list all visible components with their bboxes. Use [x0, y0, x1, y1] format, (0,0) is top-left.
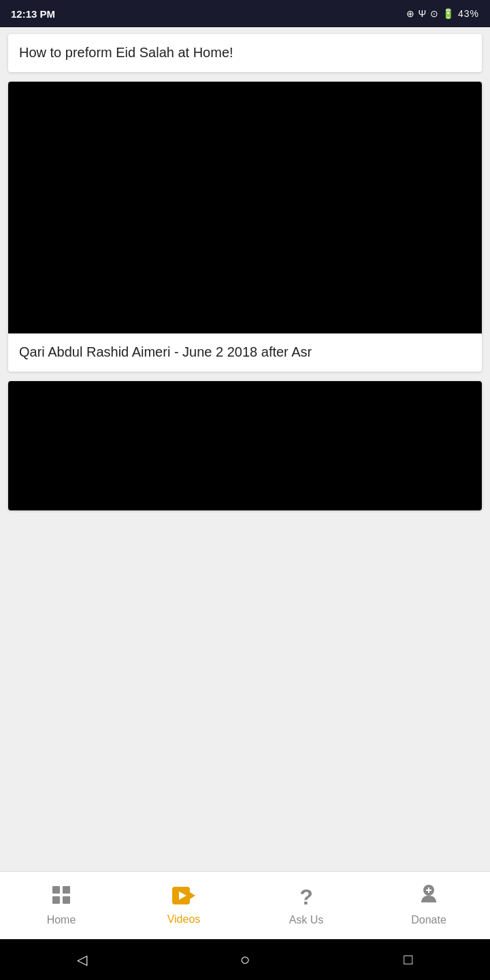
video-thumb-black-2	[8, 82, 482, 333]
video-title-1: How to preform Eid Salah at Home!	[8, 34, 482, 72]
recents-button[interactable]	[396, 947, 421, 972]
video-title-2: Qari Abdul Rashid Aimeri - June 2 2018 a…	[8, 333, 482, 372]
system-nav-bar	[0, 939, 490, 980]
back-button[interactable]	[69, 947, 94, 972]
nav-item-home[interactable]: Home	[0, 878, 122, 933]
home-icon	[51, 885, 71, 910]
donate-icon	[419, 885, 439, 910]
video-card-1[interactable]: ☽ MASJIDEL NOOR How to preform Eid Salah…	[8, 34, 482, 72]
askus-icon: ?	[299, 885, 313, 910]
bottom-nav: Home Videos ? Ask Us Donate	[0, 871, 490, 939]
videos-icon	[172, 886, 195, 909]
nav-label-home: Home	[47, 914, 76, 926]
svg-rect-2	[52, 896, 60, 904]
nav-label-donate: Donate	[411, 914, 446, 926]
video-list: ☽ MASJIDEL NOOR How to preform Eid Salah…	[0, 27, 490, 871]
nav-item-askus[interactable]: ? Ask Us	[245, 878, 368, 933]
nav-item-videos[interactable]: Videos	[122, 879, 245, 932]
status-icons: ⊕ Ψ ⊙ 🔋 43%	[406, 8, 479, 19]
svg-rect-1	[63, 886, 70, 894]
video-thumbnail-3[interactable]	[8, 381, 482, 510]
nav-label-videos: Videos	[167, 913, 201, 926]
video-card-2[interactable]: Qari Abdul Rashid Aimeri - June 2 2018 a…	[8, 82, 482, 372]
nav-label-askus: Ask Us	[289, 914, 324, 926]
status-time: 12:13 PM	[11, 8, 55, 20]
video-thumbnail-2[interactable]	[8, 82, 482, 333]
svg-marker-5	[190, 892, 195, 899]
nav-item-donate[interactable]: Donate	[368, 878, 490, 933]
home-button[interactable]	[233, 947, 257, 972]
video-card-3[interactable]	[8, 381, 482, 510]
svg-rect-0	[52, 886, 60, 894]
svg-rect-3	[63, 896, 70, 904]
status-bar: 12:13 PM ⊕ Ψ ⊙ 🔋 43%	[0, 0, 490, 27]
